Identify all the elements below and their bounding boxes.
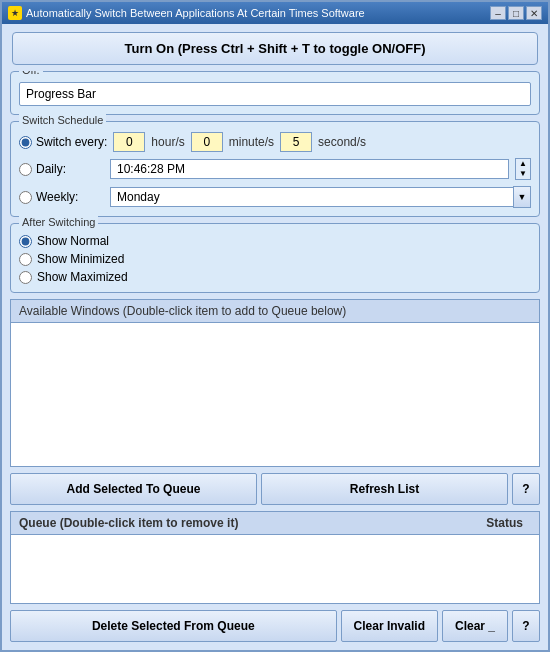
switch-schedule-title: Switch Schedule: [19, 114, 106, 126]
window-title: Automatically Switch Between Application…: [26, 7, 365, 19]
queue-header-label: Queue (Double-click item to remove it): [19, 516, 238, 530]
spinner-up[interactable]: ▲: [516, 159, 530, 169]
daily-label: Daily:: [19, 162, 104, 176]
show-maximized-label: Show Maximized: [37, 270, 128, 284]
off-input[interactable]: [19, 82, 531, 106]
weekly-row: Weekly: ▼: [19, 186, 531, 208]
switch-every-radio[interactable]: [19, 136, 32, 149]
app-icon: ★: [8, 6, 22, 20]
queue-status-label: Status: [486, 516, 531, 530]
clear-invalid-button[interactable]: Clear Invalid: [341, 610, 438, 642]
queue-list[interactable]: [10, 534, 540, 604]
toggle-button[interactable]: Turn On (Press Ctrl + Shift + T to toggl…: [12, 32, 538, 65]
weekly-label: Weekly:: [19, 190, 104, 204]
restore-button[interactable]: □: [508, 6, 524, 20]
show-minimized-label: Show Minimized: [37, 252, 124, 266]
bottom-button-row: Delete Selected From Queue Clear Invalid…: [10, 610, 540, 642]
weekly-day-input[interactable]: [110, 187, 513, 207]
hours-unit: hour/s: [151, 135, 184, 149]
weekly-dropdown-container: ▼: [110, 186, 531, 208]
switch-every-label: Switch every:: [19, 135, 107, 149]
daily-time-input[interactable]: [110, 159, 509, 179]
queue-section: Queue (Double-click item to remove it) S…: [10, 511, 540, 604]
minutes-unit: minute/s: [229, 135, 274, 149]
weekly-radio[interactable]: [19, 191, 32, 204]
switch-schedule-content: Switch every: hour/s minute/s second/s D…: [19, 132, 531, 208]
available-windows-header-label: Available Windows (Double-click item to …: [19, 304, 346, 318]
show-minimized-radio[interactable]: [19, 253, 32, 266]
available-windows-header: Available Windows (Double-click item to …: [10, 299, 540, 322]
daily-radio[interactable]: [19, 163, 32, 176]
add-to-queue-button[interactable]: Add Selected To Queue: [10, 473, 257, 505]
title-bar: ★ Automatically Switch Between Applicati…: [2, 2, 548, 24]
refresh-list-button[interactable]: Refresh List: [261, 473, 508, 505]
seconds-unit: second/s: [318, 135, 366, 149]
queue-header: Queue (Double-click item to remove it) S…: [10, 511, 540, 534]
daily-row: Daily: ▲ ▼: [19, 158, 531, 180]
show-maximized-radio[interactable]: [19, 271, 32, 284]
minutes-input[interactable]: [191, 132, 223, 152]
help-button-2[interactable]: ?: [512, 610, 540, 642]
title-bar-controls: – □ ✕: [490, 6, 542, 20]
content-area: Off. Switch Schedule Switch every: hour/…: [2, 71, 548, 650]
off-group-title: Off.: [19, 71, 43, 76]
minimize-button[interactable]: –: [490, 6, 506, 20]
title-bar-left: ★ Automatically Switch Between Applicati…: [8, 6, 365, 20]
help-button-1[interactable]: ?: [512, 473, 540, 505]
weekly-dropdown-button[interactable]: ▼: [513, 186, 531, 208]
show-normal-option[interactable]: Show Normal: [19, 234, 531, 248]
hours-input[interactable]: [113, 132, 145, 152]
show-minimized-option[interactable]: Show Minimized: [19, 252, 531, 266]
clear-all-button[interactable]: Clear _: [442, 610, 508, 642]
add-refresh-row: Add Selected To Queue Refresh List ?: [10, 473, 540, 505]
after-switching-title: After Switching: [19, 216, 98, 228]
close-button[interactable]: ✕: [526, 6, 542, 20]
main-window: ★ Automatically Switch Between Applicati…: [0, 0, 550, 652]
spinner-down[interactable]: ▼: [516, 169, 530, 179]
delete-from-queue-button[interactable]: Delete Selected From Queue: [10, 610, 337, 642]
time-spinner[interactable]: ▲ ▼: [515, 158, 531, 180]
off-group: Off.: [10, 71, 540, 115]
show-maximized-option[interactable]: Show Maximized: [19, 270, 531, 284]
show-normal-label: Show Normal: [37, 234, 109, 248]
after-switching-content: Show Normal Show Minimized Show Maximize…: [19, 234, 531, 284]
available-windows-list[interactable]: [10, 322, 540, 467]
show-normal-radio[interactable]: [19, 235, 32, 248]
seconds-input[interactable]: [280, 132, 312, 152]
switch-schedule-group: Switch Schedule Switch every: hour/s min…: [10, 121, 540, 217]
after-switching-group: After Switching Show Normal Show Minimiz…: [10, 223, 540, 293]
switch-every-row: Switch every: hour/s minute/s second/s: [19, 132, 531, 152]
available-windows-section: Available Windows (Double-click item to …: [10, 299, 540, 467]
